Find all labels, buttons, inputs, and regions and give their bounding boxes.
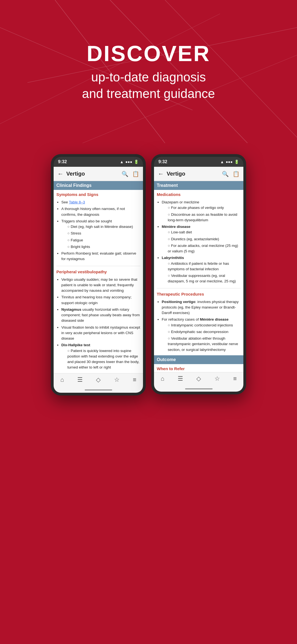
list-item: Tinnitus and hearing loss may accompany;… xyxy=(61,294,140,306)
notes-nav-left[interactable]: ≡ xyxy=(133,376,136,383)
topbar-right: ← Vertigo 🔍 📋 xyxy=(154,167,243,181)
sub-list-item: Diet (eg, high salt in Ménière disease) xyxy=(67,224,140,230)
list-item: For refractory cases of Ménière disease … xyxy=(162,317,241,353)
tag-nav-right[interactable]: ◇ xyxy=(196,375,201,382)
bottom-nav-right: ⌂ ☰ ◇ ☆ ≡ xyxy=(154,372,243,386)
topbar-title-left: Vertigo xyxy=(66,171,118,177)
list-item: A thorough history often narrows, if not… xyxy=(61,206,140,217)
subsection-symptoms: Symptoms and Signs xyxy=(54,190,143,198)
battery-icon-right: 🔋 xyxy=(234,160,239,164)
list-item: Visual fixation tends to inhibit nystagm… xyxy=(61,325,140,342)
list-item: Nystagmus usually horizontal with rotary… xyxy=(61,307,140,324)
list-item: Diazepam or meclizine For acute phases o… xyxy=(162,200,241,223)
sub-list-item: Vestibular ablation either through trans… xyxy=(168,336,241,353)
status-time-right: 9:32 xyxy=(158,159,167,164)
content-left: Clinical Findings Symptoms and Signs See… xyxy=(54,181,143,373)
home-bar-line-left xyxy=(85,389,112,391)
sub-list-item: Fatigue xyxy=(67,238,140,243)
signal-icon-right: ●●● xyxy=(226,160,233,164)
star-nav-right[interactable]: ☆ xyxy=(215,375,220,382)
list-item: Perform Romberg test; evaluate gait; obs… xyxy=(61,251,140,262)
home-bar-left xyxy=(54,387,143,393)
list-item: Ménière disease Low-salt diet Diuretics … xyxy=(162,224,241,254)
home-nav-right[interactable]: ⌂ xyxy=(161,375,164,382)
medications-body: Diazepam or meclizine For acute phases o… xyxy=(154,198,243,287)
status-icons-left: ▲ ●●● 🔋 xyxy=(120,160,139,164)
list-item: Positioning vertigo: involves physical t… xyxy=(162,299,241,316)
status-icons-right: ▲ ●●● 🔋 xyxy=(220,160,239,164)
notes-nav-right[interactable]: ≡ xyxy=(233,375,237,382)
home-nav-left[interactable]: ⌂ xyxy=(60,376,64,383)
section-header-clinical: Clinical Findings xyxy=(54,181,143,190)
therapeutic-body: Positioning vertigo: involves physical t… xyxy=(154,298,243,355)
bottom-space xyxy=(0,412,297,550)
signal-icon-left: ●●● xyxy=(125,160,132,164)
sub-list-item: Endolymphatic sac decompression xyxy=(168,329,241,335)
status-time-left: 9:32 xyxy=(58,159,67,164)
phone-right: 9:32 ▲ ●●● 🔋 ← Vertigo 🔍 📋 Treatment Med… xyxy=(151,154,246,394)
subsection-when-to-refer: When to Refer xyxy=(154,364,243,372)
list-nav-left[interactable]: ☰ xyxy=(77,376,83,383)
sub-list-item: Patient is quickly lowered into supine p… xyxy=(67,348,140,370)
search-icon-left[interactable]: 🔍 xyxy=(122,171,128,177)
home-bar-right xyxy=(154,386,243,392)
phones-section: 9:32 ▲ ●●● 🔋 ← Vertigo 🔍 📋 Clinical Find… xyxy=(0,143,297,412)
list-nav-right[interactable]: ☰ xyxy=(178,375,183,382)
sub-list-item: Stress xyxy=(67,231,140,236)
doc-icon-right[interactable]: 📋 xyxy=(233,171,240,177)
back-button-right[interactable]: ← xyxy=(158,170,164,178)
back-button-left[interactable]: ← xyxy=(57,170,64,178)
list-item: See Table 8–3 xyxy=(61,200,140,205)
section-header-treatment: Treatment xyxy=(154,181,243,190)
sub-list-item: Antibiotics if patient is febrile or has… xyxy=(168,261,241,272)
sub-list-item: Low-salt diet xyxy=(168,230,241,235)
bottom-nav-left: ⌂ ☰ ◇ ☆ ≡ xyxy=(54,373,143,387)
status-bar-right: 9:32 ▲ ●●● 🔋 xyxy=(154,157,243,167)
sub-list-item: Vestibular suppressants (eg, oral diazep… xyxy=(168,273,241,284)
subsection-medications: Medications xyxy=(154,190,243,198)
list-item: Triggers should also be sought Diet (eg,… xyxy=(61,219,140,250)
home-bar-line-right xyxy=(185,388,213,389)
sub-list-item: Intratympanic corticosteroid injections xyxy=(168,323,241,328)
sub-list-item: Discontinue as soon as feasible to avoid… xyxy=(168,212,241,223)
hero-section: DISCOVER up-to-date diagnosis and treatm… xyxy=(0,0,297,143)
tag-nav-left[interactable]: ◇ xyxy=(96,376,101,383)
list-item: Labyrinthitis Antibiotics if patient is … xyxy=(162,255,241,284)
sub-list-item: For acute phases of vertigo only xyxy=(168,205,241,211)
sub-list-item: Diuretics (eg, acetazolamide) xyxy=(168,236,241,242)
sub-list-item: For acute attacks, oral meclizine (25 mg… xyxy=(168,243,241,254)
hero-subtitle: up-to-date diagnosis and treatment guida… xyxy=(82,69,215,102)
phone-left: 9:32 ▲ ●●● 🔋 ← Vertigo 🔍 📋 Clinical Find… xyxy=(51,154,146,395)
list-item: Dix-Hallpike test Patient is quickly low… xyxy=(61,342,140,370)
list-item: Vertigo usually sudden; may be so severe… xyxy=(61,277,140,294)
svg-line-5 xyxy=(0,14,220,124)
subsection-peripheral: Peripheral vestibulopathy xyxy=(54,267,143,275)
section-header-outcome: Outcome xyxy=(154,355,243,364)
symptoms-body: See Table 8–3 A thorough history often n… xyxy=(54,198,143,265)
table-link[interactable]: Table 8–3 xyxy=(69,200,85,204)
status-bar-left: 9:32 ▲ ●●● 🔋 xyxy=(54,157,143,167)
hero-title: DISCOVER xyxy=(87,41,210,66)
topbar-title-right: Vertigo xyxy=(167,171,218,177)
star-nav-left[interactable]: ☆ xyxy=(114,376,120,383)
subsection-therapeutic: Therapeutic Procedures xyxy=(154,290,243,298)
topbar-left: ← Vertigo 🔍 📋 xyxy=(54,167,143,181)
battery-icon-left: 🔋 xyxy=(134,160,139,164)
content-right: Treatment Medications Diazepam or mecliz… xyxy=(154,181,243,372)
sub-list-item: Bright lights xyxy=(67,244,140,250)
search-icon-right[interactable]: 🔍 xyxy=(222,171,229,177)
doc-icon-left[interactable]: 📋 xyxy=(132,171,139,177)
wifi-icon-left: ▲ xyxy=(120,160,124,164)
wifi-icon-right: ▲ xyxy=(220,160,224,164)
peripheral-body: Vertigo usually sudden; may be so severe… xyxy=(54,275,143,373)
